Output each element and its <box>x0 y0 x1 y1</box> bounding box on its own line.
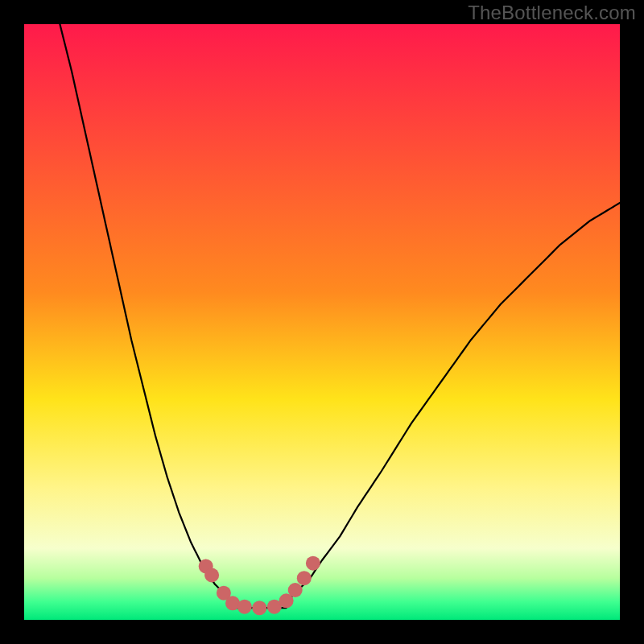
bottleneck-chart <box>24 24 620 620</box>
marker-dot <box>306 556 320 571</box>
marker-dot <box>297 571 312 585</box>
plot-area <box>24 24 620 620</box>
watermark-text: TheBottleneck.com <box>468 2 636 24</box>
marker-dot <box>252 601 266 615</box>
marker-dot <box>204 568 219 583</box>
chart-frame: TheBottleneck.com <box>0 0 644 644</box>
gradient-background <box>24 24 620 620</box>
marker-dot <box>237 600 252 614</box>
marker-dot <box>288 583 303 597</box>
